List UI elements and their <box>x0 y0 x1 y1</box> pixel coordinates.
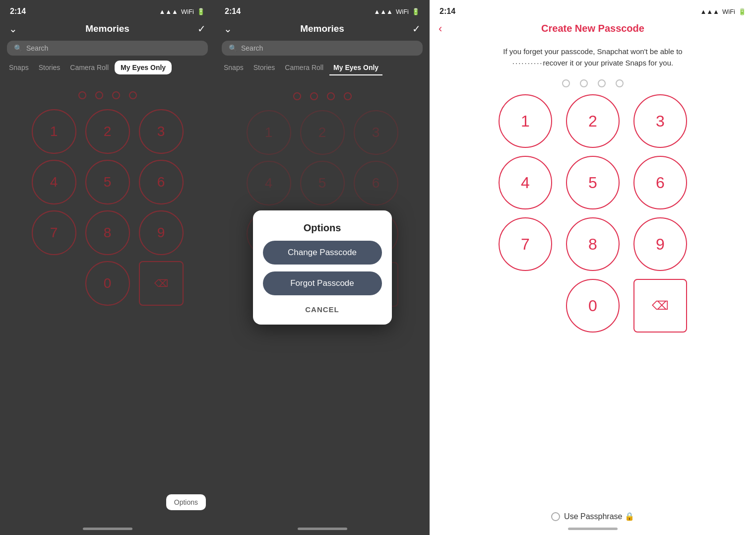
numpad-3: 1 2 3 4 5 6 7 8 9 0 ⌫ <box>430 94 756 333</box>
search-placeholder-2: Search <box>241 44 263 52</box>
num-btn-7[interactable]: 7 <box>32 210 76 255</box>
search-bar-2[interactable]: 🔍 Search <box>222 41 423 56</box>
dot-2-1 <box>293 92 301 100</box>
chevron-down-icon-1[interactable]: ⌄ <box>9 23 17 35</box>
time-3: 2:14 <box>440 7 455 16</box>
search-placeholder-1: Search <box>26 44 48 52</box>
num-btn-9[interactable]: 9 <box>139 210 184 255</box>
num-btn-0[interactable]: 0 <box>85 261 130 306</box>
numpad-row-1: 1 2 3 <box>32 109 184 154</box>
search-icon-1: 🔍 <box>14 44 22 52</box>
passphrase-radio[interactable] <box>551 512 560 521</box>
checkmark-icon-2[interactable]: ✓ <box>412 23 421 35</box>
passcode-info-text: If you forget your passcode, Snapchat wo… <box>430 37 756 68</box>
memories-title-2: Memories <box>300 23 344 34</box>
panel-3: 2:14 ▲▲▲ WiFi 🔋 ‹ Create New Passcode If… <box>430 0 756 535</box>
tab-camera-roll-2[interactable]: Camera Roll <box>281 61 327 75</box>
wifi-icon-2: WiFi <box>396 8 409 15</box>
checkmark-icon-1[interactable]: ✓ <box>197 23 206 35</box>
status-bar-3: 2:14 ▲▲▲ WiFi 🔋 <box>430 0 756 20</box>
num-btn-5[interactable]: 5 <box>85 160 130 204</box>
memories-header-1: ⌄ Memories ✓ <box>0 20 215 38</box>
numpad-row-3-2: 4 5 6 <box>499 156 687 209</box>
numpad-row-4: 0 ⌫ <box>32 261 184 306</box>
num-btn-3[interactable]: 3 <box>139 109 184 154</box>
numpad-row-3-4: 0 ⌫ <box>499 279 687 333</box>
signal-icon: ▲▲▲ <box>159 8 178 15</box>
panel-1: 2:14 ▲▲▲ WiFi 🔋 ⌄ Memories ✓ 🔍 Search Sn… <box>0 0 215 535</box>
tab-stories-2[interactable]: Stories <box>250 61 279 75</box>
numpad-row-3: 7 8 9 <box>32 210 184 255</box>
num-btn-3-2[interactable]: 2 <box>566 94 620 148</box>
num-btn-3-8[interactable]: 8 <box>566 217 620 271</box>
numpad-row-2-1: 1 2 3 <box>247 110 398 155</box>
dot-2-2 <box>310 92 318 100</box>
numpad-row-3-1: 1 2 3 <box>499 94 687 148</box>
tabs-row-2: Snaps Stories Camera Roll My Eyes Only <box>215 59 430 77</box>
num-btn-3-3[interactable]: 3 <box>633 94 687 148</box>
time-1: 2:14 <box>10 7 26 16</box>
home-indicator-1 <box>83 528 132 530</box>
num-btn-1[interactable]: 1 <box>32 109 76 154</box>
num-btn-8[interactable]: 8 <box>85 210 130 255</box>
numpad-1: 1 2 3 4 5 6 7 8 9 0 ⌫ <box>0 109 215 306</box>
forgot-passcode-btn[interactable]: Forgot Passcode <box>263 271 382 295</box>
num-btn-2-2: 2 <box>300 110 345 155</box>
search-icon-2: 🔍 <box>229 44 237 52</box>
delete-btn-1[interactable]: ⌫ <box>139 261 184 306</box>
tab-my-eyes-only-2[interactable]: My Eyes Only <box>329 61 382 75</box>
passcode-dots-3 <box>430 79 756 87</box>
num-btn-2-3: 3 <box>354 110 398 155</box>
dialog-title: Options <box>304 222 341 234</box>
num-btn-3-4[interactable]: 4 <box>499 156 552 209</box>
delete-btn-3[interactable]: ⌫ <box>633 279 687 333</box>
num-btn-2-1: 1 <box>247 110 291 155</box>
tab-snaps-1[interactable]: Snaps <box>5 61 33 74</box>
tab-stories-1[interactable]: Stories <box>35 61 64 74</box>
create-passcode-title: Create New Passcode <box>541 23 644 34</box>
num-btn-3-6[interactable]: 6 <box>633 156 687 209</box>
options-button-1[interactable]: Options <box>166 494 206 510</box>
passcode-dots-1 <box>0 91 215 99</box>
status-icons-3: ▲▲▲ WiFi 🔋 <box>700 8 746 15</box>
change-passcode-btn[interactable]: Change Passcode <box>263 241 382 265</box>
home-indicator-2 <box>298 528 347 530</box>
memories-header-2: ⌄ Memories ✓ <box>215 20 430 38</box>
num-btn-2-6: 6 <box>354 161 398 205</box>
num-btn-3-5[interactable]: 5 <box>566 156 620 209</box>
num-btn-3-empty <box>499 279 552 333</box>
tab-camera-roll-1[interactable]: Camera Roll <box>66 61 113 74</box>
cancel-btn[interactable]: CANCEL <box>305 302 339 317</box>
tab-snaps-2[interactable]: Snaps <box>220 61 248 75</box>
search-bar-1[interactable]: 🔍 Search <box>7 41 208 56</box>
dot-4 <box>129 91 137 99</box>
status-icons-2: ▲▲▲ WiFi 🔋 <box>374 8 420 15</box>
chevron-down-icon-2[interactable]: ⌄ <box>224 23 232 35</box>
tab-my-eyes-only-1[interactable]: My Eyes Only <box>115 61 172 74</box>
signal-icon-3: ▲▲▲ <box>700 8 719 15</box>
panel3-header: ‹ Create New Passcode <box>430 20 756 37</box>
num-btn-3-0[interactable]: 0 <box>566 279 620 333</box>
num-btn-3-9[interactable]: 9 <box>633 217 687 271</box>
dot-3-1 <box>562 79 570 87</box>
num-btn-3-1[interactable]: 1 <box>499 94 552 148</box>
dot-3-4 <box>616 79 624 87</box>
wifi-icon: WiFi <box>181 8 194 15</box>
time-2: 2:14 <box>225 7 241 16</box>
dot-2 <box>95 91 103 99</box>
wifi-icon-3: WiFi <box>722 8 735 15</box>
battery-icon-2: 🔋 <box>412 8 420 15</box>
dot-2-3 <box>327 92 335 100</box>
num-btn-empty <box>32 261 76 306</box>
num-btn-2[interactable]: 2 <box>85 109 130 154</box>
back-button[interactable]: ‹ <box>439 22 442 35</box>
num-btn-6[interactable]: 6 <box>139 160 184 204</box>
battery-icon-3: 🔋 <box>738 8 746 15</box>
passphrase-row[interactable]: Use Passphrase 🔒 <box>430 512 756 521</box>
tabs-row-1: Snaps Stories Camera Roll My Eyes Only <box>0 59 215 76</box>
dot-3-2 <box>580 79 588 87</box>
numpad-row-2-2: 4 5 6 <box>247 161 398 205</box>
num-btn-4[interactable]: 4 <box>32 160 76 204</box>
dot-3 <box>112 91 120 99</box>
num-btn-3-7[interactable]: 7 <box>499 217 552 271</box>
